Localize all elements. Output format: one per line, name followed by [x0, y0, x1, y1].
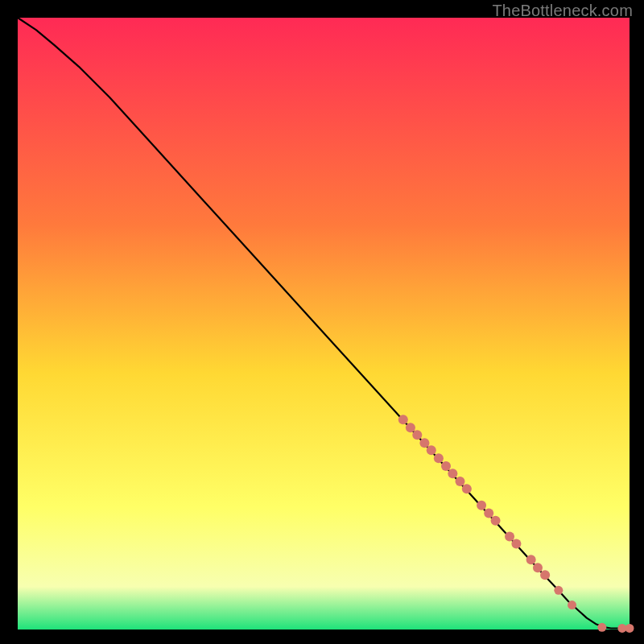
- chart-svg: [0, 0, 644, 644]
- data-point: [505, 531, 514, 541]
- data-point: [625, 624, 634, 633]
- data-point: [462, 484, 472, 493]
- data-point: [511, 539, 521, 549]
- data-point: [398, 415, 408, 424]
- data-point: [427, 445, 436, 455]
- data-point: [554, 586, 563, 595]
- data-point: [412, 430, 422, 440]
- data-point: [484, 509, 493, 518]
- data-point: [540, 570, 550, 580]
- data-point: [597, 623, 606, 632]
- data-point: [406, 423, 415, 432]
- data-point: [477, 501, 486, 510]
- data-point: [434, 453, 444, 463]
- data-point: [533, 563, 543, 572]
- data-point: [441, 461, 451, 471]
- data-point: [448, 469, 457, 478]
- data-point: [491, 516, 501, 526]
- data-point: [568, 601, 576, 609]
- chart-frame: { "attribution": "TheBottleneck.com", "c…: [0, 0, 644, 644]
- data-point: [419, 438, 429, 448]
- data-point: [526, 555, 536, 564]
- gradient-background: [18, 18, 630, 630]
- data-point: [455, 477, 464, 486]
